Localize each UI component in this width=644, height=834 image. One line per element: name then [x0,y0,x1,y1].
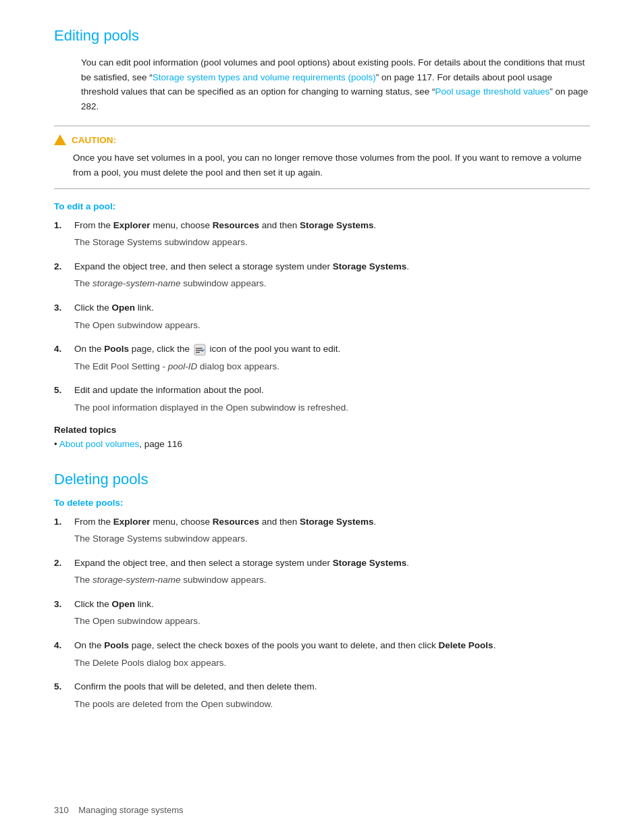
caution-text: Once you have set volumes in a pool, you… [73,151,590,180]
related-topics-list: About pool volumes, page 116 [54,439,590,449]
edit-step-5: 5. Edit and update the information about… [54,383,590,415]
page-number: 310 [54,805,69,815]
svg-rect-2 [196,348,203,349]
related-topic-item: About pool volumes, page 116 [54,439,590,449]
caution-label: CAUTION: [72,135,116,145]
step-number: 1. [54,218,66,250]
step-number: 4. [54,638,66,670]
step-content: Click the Open link. The Open subwindow … [74,597,590,629]
step-sub: The Edit Pool Setting - pool-ID dialog b… [74,359,590,374]
link-about-pool-volumes[interactable]: About pool volumes [59,439,140,449]
step-content: From the Explorer menu, choose Resources… [74,515,590,546]
step-number: 4. [54,342,66,373]
step-content: From the Explorer menu, choose Resources… [74,218,590,250]
delete-step-5: 5. Confirm the pools that will be delete… [54,679,590,711]
edit-step-3: 3. Click the Open link. The Open subwind… [54,301,590,332]
to-delete-pools-heading: To delete pools: [54,498,590,508]
edit-pool-steps: 1. From the Explorer menu, choose Resour… [54,218,590,415]
caution-header: CAUTION: [54,134,590,145]
editing-pools-intro: You can edit pool information (pool volu… [81,55,590,113]
step-sub: The Open subwindow appears. [74,318,590,333]
link-pool-usage-threshold[interactable]: Pool usage threshold values [435,86,550,97]
step-number: 3. [54,301,66,332]
editing-pools-title: Editing pools [54,27,590,45]
step-sub: The storage-system-name subwindow appear… [74,276,590,291]
svg-rect-1 [196,350,203,351]
page-footer: 310 Managing storage systems [54,805,184,815]
step-number: 1. [54,515,66,546]
caution-triangle-icon [54,134,66,145]
svg-rect-3 [196,352,200,353]
link-storage-system-types[interactable]: Storage system types and volume requirem… [153,72,376,82]
step-content: Expand the object tree, and then select … [74,259,590,291]
step-sub: The pool information displayed in the Op… [74,400,590,415]
edit-step-1: 1. From the Explorer menu, choose Resour… [54,218,590,250]
step-sub: The Open subwindow appears. [74,614,590,629]
step-number: 5. [54,679,66,711]
step-content: On the Pools page, click the icon of the… [74,342,590,373]
related-topics: Related topics About pool volumes, page … [54,425,590,449]
step-sub: The Storage Systems subwindow appears. [74,235,590,250]
step-sub: The pools are deleted from the Open subw… [74,697,590,712]
delete-step-3: 3. Click the Open link. The Open subwind… [54,597,590,629]
to-edit-pool-heading: To edit a pool: [54,201,590,211]
delete-step-4: 4. On the Pools page, select the check b… [54,638,590,670]
step-content: Edit and update the information about th… [74,383,590,415]
step-content: Click the Open link. The Open subwindow … [74,301,590,332]
step-number: 2. [54,259,66,291]
step-number: 2. [54,556,66,588]
caution-box: CAUTION: Once you have set volumes in a … [54,126,590,188]
step-number: 3. [54,597,66,629]
delete-step-2: 2. Expand the object tree, and then sele… [54,556,590,588]
edit-pool-icon [194,344,206,356]
edit-step-4: 4. On the Pools page, click the icon of … [54,342,590,373]
delete-step-1: 1. From the Explorer menu, choose Resour… [54,515,590,546]
step-sub: The Storage Systems subwindow appears. [74,531,590,546]
related-topics-heading: Related topics [54,425,590,435]
edit-step-2: 2. Expand the object tree, and then sele… [54,259,590,291]
step-content: Confirm the pools that will be deleted, … [74,679,590,711]
step-number: 5. [54,383,66,415]
deleting-pools-title: Deleting pools [54,471,590,488]
step-sub: The Delete Pools dialog box appears. [74,656,590,671]
delete-pool-steps: 1. From the Explorer menu, choose Resour… [54,515,590,712]
footer-text: Managing storage systems [78,805,183,815]
step-sub: The storage-system-name subwindow appear… [74,573,590,588]
step-content: On the Pools page, select the check boxe… [74,638,590,670]
step-content: Expand the object tree, and then select … [74,556,590,588]
